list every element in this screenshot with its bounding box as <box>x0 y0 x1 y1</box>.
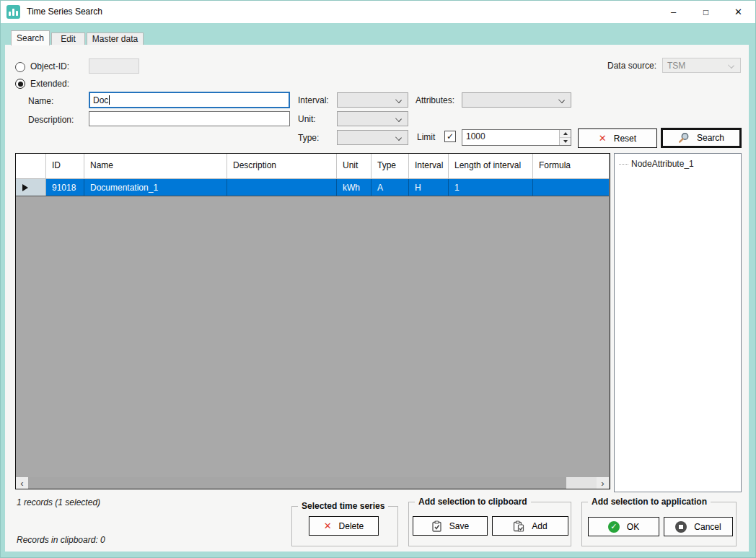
window-title: Time Series Search <box>27 1 102 23</box>
spinner-down-button[interactable] <box>560 138 571 145</box>
check-icon: ✓ <box>447 132 454 141</box>
clipboard-summary: Records in clipboard: 0 <box>17 535 105 545</box>
extended-label: Extended: <box>30 79 69 89</box>
tab-master-data[interactable]: Master data <box>87 32 144 45</box>
scroll-right-button[interactable]: › <box>597 477 609 489</box>
table-row[interactable]: 91018 Documentation_1 kWh A H 1 <box>16 178 609 196</box>
description-label: Description: <box>28 115 74 125</box>
save-button[interactable]: Save <box>413 516 488 536</box>
cell-type[interactable]: A <box>372 179 409 196</box>
limit-checkbox[interactable]: ✓ <box>444 131 456 142</box>
node-attribute-tree: NodeAttribute_1 <box>614 153 742 492</box>
clipboard-check-icon <box>431 520 442 532</box>
ok-check-icon: ✓ <box>608 521 620 533</box>
object-id-input <box>89 58 139 74</box>
search-button[interactable]: Search <box>661 128 742 148</box>
cancel-button[interactable]: Cancel <box>664 517 733 536</box>
object-id-radio[interactable] <box>15 62 25 72</box>
cell-formula[interactable] <box>533 179 609 196</box>
limit-spinner[interactable] <box>559 130 571 145</box>
selected-time-series-title: Selected time series <box>298 501 388 511</box>
app-window: Time Series Search – □ ✕ Search Edit Mas… <box>0 0 756 558</box>
name-input[interactable]: Doc <box>89 92 290 108</box>
tab-edit[interactable]: Edit <box>51 32 85 45</box>
chevron-down-icon <box>558 97 565 103</box>
add-button[interactable]: Add <box>492 516 568 536</box>
cancel-stop-icon <box>675 521 687 533</box>
grid-header-interval[interactable]: Interval <box>409 154 449 178</box>
grid-header-id[interactable]: ID <box>46 154 84 178</box>
title-bar: Time Series Search – □ ✕ <box>1 1 756 23</box>
ok-button[interactable]: ✓ OK <box>588 517 659 536</box>
grid-header-description[interactable]: Description <box>227 154 337 178</box>
cell-interval[interactable]: H <box>409 179 449 196</box>
tab-strip: Search Edit Master data <box>1 23 756 45</box>
records-summary: 1 records (1 selected) <box>17 497 100 507</box>
spinner-up-icon <box>563 132 568 135</box>
spinner-up-button[interactable] <box>560 130 571 138</box>
tree-node-label: NodeAttribute_1 <box>631 159 694 169</box>
reset-button[interactable]: ✕ Reset <box>578 128 657 148</box>
grid-header-unit[interactable]: Unit <box>337 154 372 178</box>
chevron-down-icon <box>395 134 402 141</box>
attributes-label: Attributes: <box>416 95 454 105</box>
spinner-down-icon <box>563 140 568 143</box>
grid-header-length-of-interval[interactable]: Length of interval <box>449 154 533 178</box>
grid-header-formula[interactable]: Formula <box>533 154 609 178</box>
maximize-button[interactable]: □ <box>690 1 722 23</box>
red-x-icon: ✕ <box>599 134 607 143</box>
magnifier-icon <box>678 132 690 144</box>
cell-unit[interactable]: kWh <box>337 179 372 196</box>
close-button[interactable]: ✕ <box>722 1 755 23</box>
data-source-select: TSM <box>662 58 741 73</box>
delete-button[interactable]: ✕ Delete <box>309 516 379 536</box>
data-source-label: Data source: <box>607 61 656 71</box>
tree-line <box>619 164 628 165</box>
cell-id[interactable]: 91018 <box>46 179 84 196</box>
interval-label: Interval: <box>298 95 329 105</box>
horizontal-scrollbar[interactable]: ‹ › <box>16 477 609 489</box>
row-selector-cell[interactable] <box>16 179 46 196</box>
description-input[interactable] <box>89 111 290 126</box>
current-row-arrow-icon <box>22 184 28 191</box>
type-label: Type: <box>298 133 319 143</box>
chevron-down-icon <box>395 97 402 103</box>
add-to-application-title: Add selection to application <box>588 497 711 507</box>
cell-name[interactable]: Documentation_1 <box>84 179 227 196</box>
tree-node[interactable]: NodeAttribute_1 <box>615 154 741 169</box>
results-grid: ID Name Description Unit Type Interval L… <box>15 153 610 489</box>
app-logo-icon <box>6 5 20 19</box>
interval-select[interactable] <box>337 92 408 108</box>
attributes-select[interactable] <box>462 92 571 108</box>
chevron-down-icon <box>395 115 402 122</box>
clipboard-paste-icon <box>513 520 524 532</box>
unit-select[interactable] <box>337 111 408 126</box>
limit-input[interactable]: 1000 <box>462 129 571 146</box>
extended-radio[interactable] <box>15 79 25 89</box>
unit-label: Unit: <box>298 114 316 124</box>
add-to-clipboard-title: Add selection to clipboard <box>415 497 531 507</box>
grid-header-selector <box>16 154 46 178</box>
text-caret <box>109 95 110 105</box>
scrollbar-thumb[interactable] <box>28 477 566 489</box>
type-select[interactable] <box>337 130 408 145</box>
chevron-down-icon <box>728 62 734 69</box>
grid-header-type[interactable]: Type <box>372 154 409 178</box>
red-x-icon: ✕ <box>324 521 332 531</box>
scroll-left-button[interactable]: ‹ <box>16 477 28 489</box>
grid-header-name[interactable]: Name <box>84 154 227 178</box>
object-id-label: Object-ID: <box>30 61 69 71</box>
tab-search[interactable]: Search <box>11 30 50 45</box>
grid-header-row: ID Name Description Unit Type Interval L… <box>16 154 609 178</box>
name-label: Name: <box>28 96 53 106</box>
minimize-button[interactable]: – <box>657 1 690 23</box>
cell-description[interactable] <box>227 179 337 196</box>
cell-length-of-interval[interactable]: 1 <box>449 179 533 196</box>
limit-label: Limit <box>417 132 435 142</box>
